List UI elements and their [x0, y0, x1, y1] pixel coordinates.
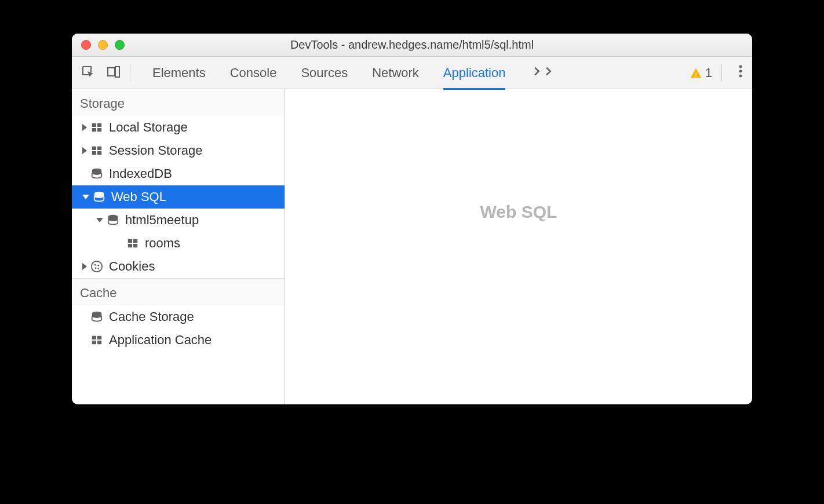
warnings-count: 1	[705, 65, 712, 81]
warnings-badge[interactable]: 1	[681, 64, 722, 82]
svg-point-3	[739, 70, 742, 72]
grid-icon	[126, 237, 139, 250]
svg-point-10	[97, 265, 99, 266]
chevron-right-icon	[82, 263, 87, 270]
grid-icon	[90, 121, 103, 134]
tree-item-label: Local Storage	[109, 120, 188, 135]
content-placeholder: Web SQL	[480, 202, 557, 222]
tree-item-local-storage[interactable]: Local Storage	[72, 116, 285, 139]
window-titlebar: DevTools - andrew.hedges.name/html5/sql.…	[72, 34, 752, 57]
inspect-element-icon[interactable]	[81, 65, 95, 81]
section-header-cache: Cache	[72, 279, 285, 305]
device-toolbar-icon[interactable]	[107, 65, 121, 81]
minimize-button[interactable]	[98, 40, 108, 50]
application-sidebar: Storage Local Storage Session Storage In…	[72, 89, 285, 404]
tree-item-label: Cookies	[109, 259, 155, 274]
svg-point-11	[95, 267, 97, 269]
tab-network[interactable]: Network	[372, 58, 419, 90]
close-button[interactable]	[81, 40, 91, 50]
panel-tabs: Elements Console Sources Network Applica…	[152, 57, 554, 89]
database-icon	[93, 191, 105, 203]
devtools-toolbar: Elements Console Sources Network Applica…	[72, 57, 752, 89]
maximize-button[interactable]	[115, 40, 125, 50]
window-title: DevTools - andrew.hedges.name/html5/sql.…	[72, 38, 752, 52]
sidebar-section-cache: Cache Cache Storage Application Cache	[72, 278, 285, 352]
svg-point-4	[739, 74, 742, 77]
grid-icon	[90, 334, 103, 346]
tree-item-label: html5meetup	[125, 213, 199, 228]
window-controls	[72, 40, 125, 50]
tree-item-web-sql[interactable]: Web SQL	[72, 185, 285, 209]
section-header-storage: Storage	[72, 89, 285, 116]
tree-item-indexeddb[interactable]: IndexedDB	[72, 162, 285, 185]
tree-item-label: Application Cache	[109, 333, 212, 348]
tree-item-application-cache[interactable]: Application Cache	[72, 328, 285, 352]
database-icon	[90, 311, 103, 323]
chevron-right-icon	[82, 124, 87, 131]
chevron-down-icon	[96, 218, 103, 222]
more-tabs-button[interactable]	[530, 64, 553, 82]
tab-application[interactable]: Application	[443, 58, 506, 90]
tree-item-web-sql-database[interactable]: html5meetup	[72, 209, 285, 232]
tree-item-session-storage[interactable]: Session Storage	[72, 139, 285, 162]
svg-point-8	[92, 261, 102, 272]
svg-rect-0	[108, 68, 115, 76]
settings-menu-button[interactable]	[730, 64, 743, 82]
svg-rect-1	[115, 67, 119, 77]
svg-point-12	[97, 268, 99, 269]
cookie-icon	[90, 260, 103, 273]
chevron-down-icon	[82, 195, 89, 199]
grid-icon	[90, 144, 103, 157]
content-pane: Web SQL	[285, 89, 752, 404]
tree-item-label: Cache Storage	[109, 309, 194, 324]
tree-item-label: IndexedDB	[109, 166, 172, 181]
database-icon	[90, 167, 103, 180]
devtools-window: DevTools - andrew.hedges.name/html5/sql.…	[72, 34, 752, 404]
inspect-device-group	[81, 64, 130, 82]
tab-elements[interactable]: Elements	[152, 58, 206, 90]
svg-point-2	[739, 65, 742, 68]
tree-item-label: Web SQL	[111, 189, 166, 204]
tab-sources[interactable]: Sources	[301, 58, 348, 90]
tree-item-cache-storage[interactable]: Cache Storage	[72, 305, 285, 328]
tree-item-cookies[interactable]: Cookies	[72, 255, 285, 278]
svg-point-9	[94, 264, 96, 266]
tree-item-web-sql-table[interactable]: rooms	[72, 232, 285, 255]
database-icon	[107, 214, 119, 227]
tree-item-label: rooms	[145, 236, 180, 251]
devtools-body: Storage Local Storage Session Storage In…	[72, 89, 752, 404]
chevron-right-icon	[82, 147, 87, 154]
sidebar-section-storage: Storage Local Storage Session Storage In…	[72, 89, 285, 278]
tree-item-label: Session Storage	[109, 143, 202, 158]
tab-console[interactable]: Console	[230, 58, 277, 90]
